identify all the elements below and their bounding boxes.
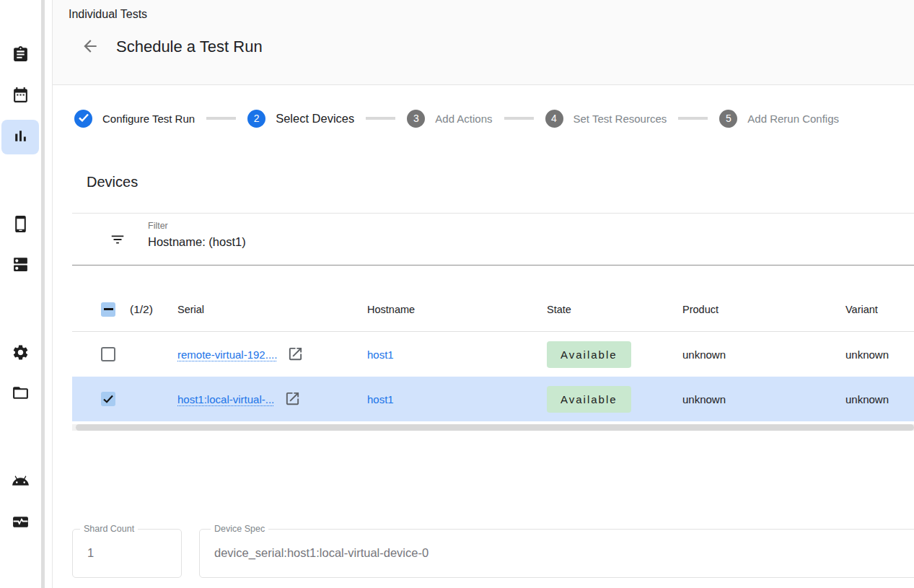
android-icon [12, 472, 30, 493]
select-all-checkbox[interactable] [101, 302, 115, 317]
settings-gear-icon [12, 343, 30, 364]
open-in-new-icon[interactable] [284, 390, 302, 408]
device-spec-label: Device Spec [211, 524, 268, 534]
page-title: Schedule a Test Run [116, 38, 263, 56]
smartphone-icon [12, 215, 30, 236]
shard-count-value[interactable]: 1 [87, 546, 94, 560]
device-serial-link[interactable]: host1:local-virtual-... [177, 393, 274, 405]
product-cell: unknown [682, 348, 845, 361]
nav-monitoring-button[interactable] [1, 506, 39, 540]
device-row[interactable]: remote-virtual-192.... host1 Available u… [72, 332, 914, 377]
step-4-label: Set Test Resources [574, 113, 667, 125]
page-header: Individual Tests Schedule a Test Run [53, 0, 914, 85]
shard-count-label: Shard Count [80, 524, 138, 534]
clipboard-icon [12, 45, 30, 66]
main-content: Individual Tests Schedule a Test Run Con… [53, 0, 914, 588]
stepper-connector [678, 117, 708, 120]
step-add-rerun-configs[interactable]: 5 Add Rerun Configs [719, 110, 839, 128]
selection-count: (1/2) [130, 303, 153, 316]
filter-field-value[interactable]: Hostname: (host1) [148, 235, 246, 249]
nav-hosts-button[interactable] [1, 248, 39, 283]
calendar-icon [12, 86, 30, 107]
breadcrumb: Individual Tests [69, 8, 147, 21]
folder-icon [12, 384, 30, 405]
variant-cell: unknown [845, 348, 914, 361]
column-header-variant: Variant [845, 304, 914, 315]
monitor-pulse-icon [12, 513, 30, 534]
step-2-circle: 2 [247, 110, 265, 128]
bar-chart-icon [12, 127, 30, 148]
step-5-circle: 5 [719, 110, 737, 128]
step-1-circle [74, 110, 92, 128]
row-checkbox-checked[interactable] [101, 392, 115, 406]
variant-cell: unknown [845, 393, 914, 405]
nav-android-button[interactable] [1, 465, 39, 499]
device-filter-field[interactable]: Filter Hostname: (host1) [72, 213, 914, 266]
step-3-label: Add Actions [435, 113, 492, 125]
step-add-actions[interactable]: 3 Add Actions [407, 110, 492, 128]
nav-settings-button[interactable] [1, 336, 39, 371]
device-spec-field[interactable]: Device Spec device_serial:host1:local-vi… [199, 529, 914, 578]
step-configure-test-run[interactable]: Configure Test Run [74, 110, 195, 128]
step-2-label: Select Devices [276, 112, 354, 126]
devices-section-title: Devices [87, 174, 138, 190]
check-icon [79, 113, 89, 124]
filter-field-label: Filter [148, 221, 168, 231]
device-table-header: (1/2) Serial Hostname State Product Vari… [72, 287, 914, 332]
column-header-product: Product [682, 304, 845, 315]
step-set-test-resources[interactable]: 4 Set Test Resources [545, 110, 667, 128]
indeterminate-mark [104, 308, 113, 310]
nav-file-browser-button[interactable] [1, 377, 39, 411]
check-icon [103, 393, 113, 405]
column-header-hostname: Hostname [367, 304, 547, 315]
nav-devices-button[interactable] [1, 208, 39, 242]
nav-tests-button[interactable] [1, 38, 39, 73]
stepper-connector [504, 117, 534, 120]
dns-icon [12, 255, 30, 276]
stepper-connector [366, 117, 395, 120]
column-header-serial: Serial [177, 304, 367, 315]
shard-count-field[interactable]: Shard Count 1 [72, 529, 182, 578]
step-5-label: Add Rerun Configs [747, 113, 839, 125]
table-horizontal-scrollbar [72, 424, 914, 431]
state-badge: Available [547, 341, 631, 368]
left-nav-rail [0, 0, 41, 588]
filter-list-icon [110, 232, 126, 247]
device-row-selected[interactable]: host1:local-virtual-... host1 Available … [72, 377, 914, 421]
nav-test-runs-button[interactable] [1, 120, 39, 154]
product-cell: unknown [682, 393, 845, 405]
state-badge: Available [547, 386, 631, 413]
arrow-back-icon [81, 37, 100, 58]
content-divider [52, 0, 53, 588]
device-spec-value[interactable]: device_serial:host1:local-virtual-device… [214, 546, 429, 560]
step-select-devices[interactable]: 2 Select Devices [247, 110, 354, 128]
scrollbar-thumb[interactable] [76, 424, 914, 431]
open-in-new-icon[interactable] [287, 346, 304, 363]
column-header-state: State [547, 304, 682, 315]
back-button[interactable] [80, 38, 100, 58]
device-table: (1/2) Serial Hostname State Product Vari… [72, 287, 914, 421]
stepper: Configure Test Run 2 Select Devices 3 Ad… [74, 108, 839, 128]
nav-scrollbar-thumb[interactable] [41, 0, 45, 588]
step-1-label: Configure Test Run [102, 113, 195, 125]
nav-test-plans-button[interactable] [1, 79, 39, 113]
hostname-link[interactable]: host1 [367, 393, 394, 405]
device-serial-link[interactable]: remote-virtual-192.... [177, 348, 277, 361]
hostname-link[interactable]: host1 [367, 348, 394, 361]
stepper-connector [206, 117, 236, 120]
step-4-circle: 4 [545, 110, 563, 128]
row-checkbox[interactable] [101, 347, 115, 361]
step-3-circle: 3 [407, 110, 425, 128]
app-root: Individual Tests Schedule a Test Run Con… [0, 0, 914, 588]
